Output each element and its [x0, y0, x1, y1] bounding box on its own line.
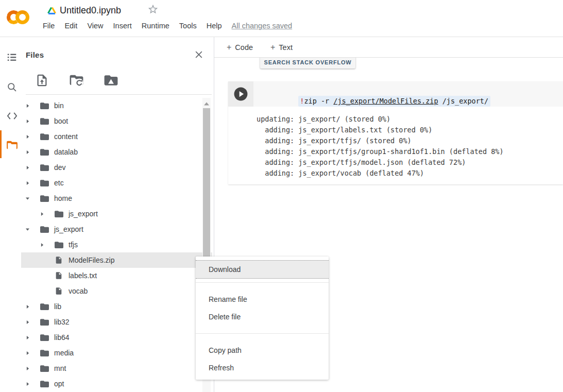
tree-item-label: lib64	[54, 333, 70, 342]
colab-logo-icon[interactable]	[7, 8, 31, 27]
context-menu-rename-file[interactable]: Rename file	[196, 291, 329, 308]
menu-insert[interactable]: Insert	[113, 22, 132, 30]
chevron-right-icon[interactable]	[23, 349, 31, 357]
search-icon[interactable]	[4, 79, 20, 95]
context-menu-copy-path[interactable]: Copy path	[196, 342, 329, 359]
chevron-right-icon[interactable]	[23, 117, 31, 125]
tree-item-boot[interactable]: boot	[21, 113, 212, 129]
tree-item-label: dev	[54, 163, 66, 172]
tree-item-vocab[interactable]: vocab	[21, 283, 212, 299]
scrollbar-up-arrow[interactable]	[202, 100, 211, 107]
tree-item-label: content	[54, 132, 78, 141]
tree-item-lib[interactable]: lib	[21, 299, 212, 314]
run-cell-button[interactable]	[234, 87, 248, 101]
code-editor[interactable]: !zip -r /js_export/ModelFiles.zip /js_ex…	[228, 81, 563, 107]
folder-icon	[53, 209, 64, 218]
tree-item-lib64[interactable]: lib64	[21, 330, 212, 345]
menu-help[interactable]: Help	[207, 22, 222, 30]
folder-icon	[39, 333, 50, 342]
add-text-button[interactable]: + Text	[270, 43, 293, 52]
tree-item-label: js_export	[69, 210, 98, 218]
chevron-right-icon[interactable]	[23, 333, 31, 342]
tree-item-opt[interactable]: opt	[21, 376, 212, 391]
tree-item-lib32[interactable]: lib32	[21, 314, 212, 330]
file-path-link[interactable]: /js_export/ModelFiles.zip	[333, 97, 438, 105]
tree-item-label: opt	[54, 380, 64, 388]
files-tab-icon[interactable]	[4, 137, 20, 152]
chevron-down-icon[interactable]	[23, 194, 31, 202]
tree-item-datalab[interactable]: datalab	[21, 144, 212, 160]
menu-view[interactable]: View	[87, 22, 103, 30]
folder-icon	[39, 379, 50, 388]
chevron-right-icon[interactable]	[23, 380, 31, 388]
folder-icon	[39, 101, 50, 110]
tree-item-dev[interactable]: dev	[21, 160, 212, 175]
tree-item-labels-txt[interactable]: labels.txt	[21, 268, 212, 283]
cell-toolbar: + Code + Text	[214, 38, 563, 58]
tree-item-js_export-home[interactable]: js_export	[21, 206, 212, 221]
chevron-right-icon[interactable]	[23, 101, 31, 110]
star-icon[interactable]	[147, 4, 159, 15]
chevron-down-icon[interactable]	[23, 225, 31, 233]
file-context-menu: Download Rename file Delete file Copy pa…	[196, 257, 329, 380]
chevron-right-icon[interactable]	[23, 179, 31, 187]
context-menu-spacer	[196, 337, 329, 342]
file-icon	[53, 255, 64, 265]
command-token: zip -r	[304, 97, 333, 105]
context-menu-download[interactable]: Download	[196, 260, 329, 279]
notebook-title-row: Untitled0.ipynb	[47, 3, 121, 18]
folder-icon	[39, 364, 50, 373]
folder-icon	[39, 116, 50, 126]
menu-edit[interactable]: Edit	[64, 22, 77, 30]
save-status[interactable]: All changes saved	[232, 22, 293, 30]
chevron-right-icon[interactable]	[23, 364, 31, 372]
tree-item-media[interactable]: media	[21, 345, 212, 361]
tree-item-home[interactable]: home	[21, 191, 212, 206]
tree-item-label: mnt	[54, 364, 66, 372]
chevron-right-icon[interactable]	[38, 241, 46, 249]
add-text-label: Text	[279, 43, 293, 52]
add-code-button[interactable]: + Code	[227, 43, 253, 52]
menu-runtime[interactable]: Runtime	[142, 22, 169, 30]
chevron-right-icon[interactable]	[23, 163, 31, 172]
tree-item-bin[interactable]: bin	[21, 98, 212, 113]
chevron-right-icon[interactable]	[23, 148, 31, 156]
context-menu-refresh[interactable]: Refresh	[196, 359, 329, 377]
context-menu-spacer	[196, 286, 329, 291]
folder-icon	[53, 240, 64, 249]
tree-item-label: js_export	[54, 225, 83, 233]
menu-tools[interactable]: Tools	[179, 22, 197, 30]
file-icon	[53, 286, 64, 296]
context-menu-divider	[196, 333, 329, 334]
active-tab-indicator	[0, 130, 2, 158]
file-tree-scrollbar-thumb[interactable]	[203, 108, 210, 258]
tree-item-label: bin	[54, 101, 64, 110]
code-snippets-icon[interactable]	[4, 108, 20, 124]
path-token: /js_export/	[438, 97, 489, 105]
colab-window: Untitled0.ipynb File Edit View Insert Ru…	[0, 0, 563, 392]
context-menu-spacer	[196, 326, 329, 330]
tree-item-label: home	[54, 194, 72, 202]
tree-item-content[interactable]: content	[21, 129, 212, 144]
colab-logo-ring-right	[15, 10, 29, 24]
table-of-contents-icon[interactable]	[4, 49, 20, 65]
menubar: File Edit View Insert Runtime Tools Help…	[43, 22, 292, 30]
tree-item-modelfiles-zip[interactable]: ModelFiles.zip	[21, 252, 212, 268]
notebook-title[interactable]: Untitled0.ipynb	[60, 5, 121, 16]
tree-item-mnt[interactable]: mnt	[21, 361, 212, 376]
context-menu-delete-file[interactable]: Delete file	[196, 308, 329, 326]
chevron-right-icon[interactable]	[23, 302, 31, 311]
tree-item-label: etc	[54, 179, 64, 187]
context-menu-divider	[196, 282, 329, 283]
tree-item-label: ModelFiles.zip	[69, 256, 114, 264]
tree-item-tfjs[interactable]: tfjs	[21, 237, 212, 252]
chevron-right-icon[interactable]	[23, 132, 31, 141]
tree-item-etc[interactable]: etc	[21, 175, 212, 191]
tree-item-js_export[interactable]: js_export	[21, 221, 212, 237]
chevron-right-icon[interactable]	[23, 318, 31, 326]
menu-file[interactable]: File	[43, 22, 55, 30]
folder-icon	[39, 225, 50, 234]
chevron-right-icon[interactable]	[38, 210, 46, 218]
app-header: Untitled0.ipynb File Edit View Insert Ru…	[0, 0, 563, 37]
folder-icon	[39, 302, 50, 311]
